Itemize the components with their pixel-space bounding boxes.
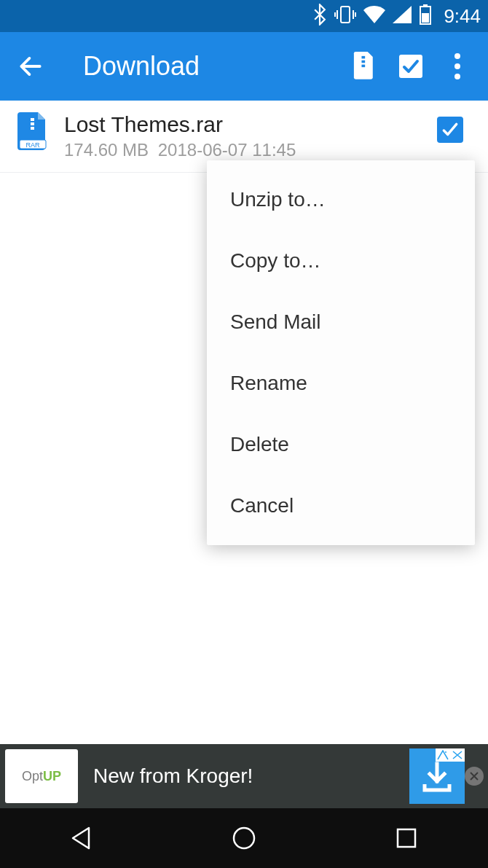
context-menu: Unzip to… Copy to… Send Mail Rename Dele… bbox=[207, 160, 475, 545]
nav-recent-button[interactable] bbox=[385, 816, 428, 860]
ad-info-tag[interactable] bbox=[436, 748, 465, 762]
app-bar: Download bbox=[0, 32, 488, 101]
svg-rect-14 bbox=[31, 122, 34, 125]
menu-send-mail[interactable]: Send Mail bbox=[207, 292, 475, 353]
page-title: Download bbox=[83, 51, 334, 82]
svg-rect-13 bbox=[31, 118, 34, 121]
select-all-button[interactable] bbox=[395, 50, 427, 82]
svg-point-17 bbox=[445, 751, 446, 753]
svg-text:RAR: RAR bbox=[25, 141, 40, 149]
svg-rect-5 bbox=[361, 60, 365, 63]
battery-icon bbox=[419, 4, 432, 28]
status-bar: 9:44 bbox=[0, 0, 488, 32]
menu-unzip-to[interactable]: Unzip to… bbox=[207, 169, 475, 230]
file-name: Lost Themes.rar bbox=[64, 112, 471, 137]
menu-copy-to[interactable]: Copy to… bbox=[207, 230, 475, 292]
signal-icon bbox=[393, 6, 412, 26]
status-time: 9:44 bbox=[444, 5, 481, 28]
ad-text: New from Kroger! bbox=[93, 765, 409, 788]
svg-rect-4 bbox=[361, 56, 365, 59]
status-icons bbox=[312, 4, 432, 28]
menu-rename[interactable]: Rename bbox=[207, 353, 475, 414]
file-size: 174.60 MB bbox=[64, 140, 149, 160]
back-button[interactable] bbox=[15, 50, 47, 82]
ad-app-icon: OptUP bbox=[5, 749, 78, 803]
new-archive-button[interactable] bbox=[348, 50, 380, 82]
rar-file-icon: RAR bbox=[17, 112, 48, 149]
file-info: Lost Themes.rar 174.60 MB 2018-06-07 11:… bbox=[64, 112, 471, 160]
ad-badge-opt: Opt bbox=[22, 769, 43, 784]
bluetooth-icon bbox=[312, 4, 327, 28]
menu-delete[interactable]: Delete bbox=[207, 414, 475, 475]
file-checkbox[interactable] bbox=[437, 117, 463, 143]
nav-bar bbox=[0, 808, 488, 868]
file-date: 2018-06-07 11:45 bbox=[158, 140, 296, 160]
ad-close-button[interactable] bbox=[465, 767, 484, 786]
wifi-icon bbox=[363, 6, 385, 26]
svg-rect-20 bbox=[398, 829, 415, 847]
svg-rect-2 bbox=[423, 4, 428, 7]
svg-rect-15 bbox=[31, 127, 34, 130]
menu-cancel[interactable]: Cancel bbox=[207, 475, 475, 536]
svg-rect-0 bbox=[341, 7, 350, 23]
svg-point-8 bbox=[454, 53, 460, 59]
svg-point-10 bbox=[454, 74, 460, 79]
vibrate-icon bbox=[334, 5, 356, 27]
ad-download-icon[interactable] bbox=[409, 748, 465, 804]
ad-banner[interactable]: OptUP New from Kroger! bbox=[0, 744, 488, 808]
svg-rect-7 bbox=[399, 55, 422, 78]
overflow-menu-button[interactable] bbox=[441, 50, 473, 82]
svg-point-9 bbox=[454, 63, 460, 69]
ad-badge-up: UP bbox=[43, 769, 61, 784]
nav-back-button[interactable] bbox=[60, 816, 103, 860]
svg-point-19 bbox=[234, 828, 254, 848]
svg-rect-6 bbox=[361, 65, 365, 68]
svg-rect-3 bbox=[422, 13, 429, 23]
file-meta: 174.60 MB 2018-06-07 11:45 bbox=[64, 140, 471, 160]
nav-home-button[interactable] bbox=[222, 816, 266, 860]
